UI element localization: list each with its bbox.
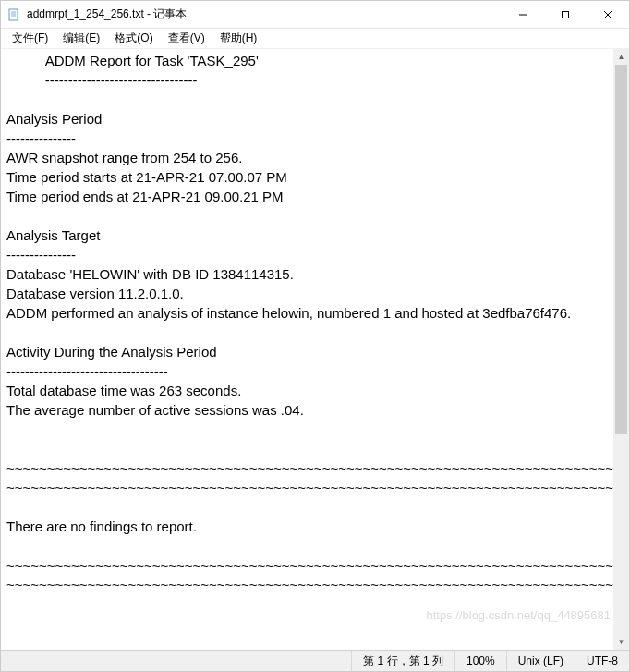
window-titlebar: addmrpt_1_254_256.txt - 记事本 (1, 1, 629, 29)
statusbar: 第 1 行，第 1 列 100% Unix (LF) UTF-8 (1, 650, 629, 671)
menu-format[interactable]: 格式(O) (107, 29, 160, 48)
vertical-scrollbar[interactable]: ▲ ▼ (613, 49, 629, 650)
window-controls (502, 1, 629, 28)
close-button[interactable] (587, 1, 629, 28)
menu-file[interactable]: 文件(F) (5, 29, 55, 48)
scroll-track[interactable] (613, 65, 629, 634)
menu-view[interactable]: 查看(V) (161, 29, 212, 48)
window-title: addmrpt_1_254_256.txt - 记事本 (27, 6, 502, 22)
text-content[interactable]: ADDM Report for Task 'TASK_295' --------… (1, 49, 613, 650)
minimize-button[interactable] (502, 1, 544, 28)
scroll-thumb[interactable] (615, 65, 627, 434)
status-spacer (1, 651, 352, 671)
menu-edit[interactable]: 编辑(E) (55, 29, 107, 48)
svg-rect-5 (563, 11, 569, 18)
menu-help[interactable]: 帮助(H) (212, 29, 265, 48)
menubar: 文件(F) 编辑(E) 格式(O) 查看(V) 帮助(H) (1, 29, 629, 49)
maximize-button[interactable] (544, 1, 587, 28)
status-encoding: UTF-8 (575, 651, 629, 671)
document-icon (6, 7, 21, 22)
scroll-down-button[interactable]: ▼ (613, 634, 629, 650)
svg-rect-0 (9, 9, 18, 20)
scroll-up-button[interactable]: ▲ (613, 49, 629, 65)
editor-area: ADDM Report for Task 'TASK_295' --------… (1, 49, 629, 650)
status-zoom: 100% (455, 651, 507, 671)
status-position: 第 1 行，第 1 列 (352, 651, 455, 671)
status-line-ending: Unix (LF) (507, 651, 575, 671)
